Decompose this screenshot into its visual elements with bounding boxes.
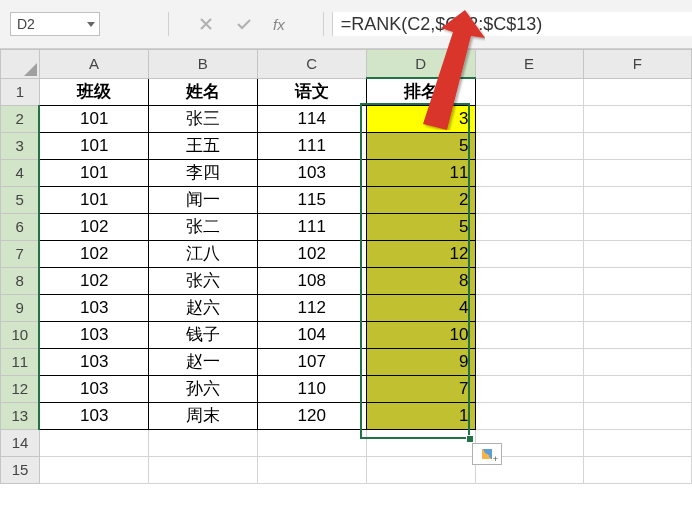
cell-F5[interactable] [583,186,691,213]
cell-C13[interactable]: 120 [257,402,366,429]
row-header-15[interactable]: 15 [1,456,40,483]
cell-A10[interactable]: 103 [39,321,148,348]
cell-F10[interactable] [583,321,691,348]
row-header-6[interactable]: 6 [1,213,40,240]
fx-icon[interactable]: fx [273,16,285,33]
cell-E13[interactable] [475,402,583,429]
col-header-A[interactable]: A [39,50,148,79]
row-header-9[interactable]: 9 [1,294,40,321]
cell-F6[interactable] [583,213,691,240]
col-header-F[interactable]: F [583,50,691,79]
cell-F12[interactable] [583,375,691,402]
cell-D5[interactable]: 2 [366,186,475,213]
cell-D9[interactable]: 4 [366,294,475,321]
col-header-E[interactable]: E [475,50,583,79]
cell-A2[interactable]: 101 [39,105,148,132]
cell-E7[interactable] [475,240,583,267]
name-box[interactable]: D2 [10,12,100,36]
formula-input[interactable]: =RANK(C2,$C$2:$C$13) [332,12,692,36]
cell-B11[interactable]: 赵一 [149,348,258,375]
select-all-corner[interactable] [1,50,40,79]
paste-options-icon[interactable] [472,443,502,465]
col-header-D[interactable]: D [366,50,475,79]
cell-D12[interactable]: 7 [366,375,475,402]
cell-D13[interactable]: 1 [366,402,475,429]
cell-A12[interactable]: 103 [39,375,148,402]
cell-A8[interactable]: 102 [39,267,148,294]
cell-A3[interactable]: 101 [39,132,148,159]
cell-F1[interactable] [583,78,691,105]
cell-C4[interactable]: 103 [257,159,366,186]
confirm-icon[interactable] [235,15,253,33]
cell-F9[interactable] [583,294,691,321]
row-header-10[interactable]: 10 [1,321,40,348]
cell-E8[interactable] [475,267,583,294]
col-header-B[interactable]: B [149,50,258,79]
row-header-7[interactable]: 7 [1,240,40,267]
cell-F8[interactable] [583,267,691,294]
cell-F14[interactable] [583,429,691,456]
cell-F13[interactable] [583,402,691,429]
cell-A11[interactable]: 103 [39,348,148,375]
row-header-8[interactable]: 8 [1,267,40,294]
cell-F15[interactable] [583,456,691,483]
cell-D2[interactable]: 3 [366,105,475,132]
cell-C8[interactable]: 108 [257,267,366,294]
cell-A13[interactable]: 103 [39,402,148,429]
cell-F11[interactable] [583,348,691,375]
cell-E2[interactable] [475,105,583,132]
cell-B12[interactable]: 孙六 [149,375,258,402]
chevron-down-icon[interactable] [87,22,95,27]
cell-E11[interactable] [475,348,583,375]
cell-B6[interactable]: 张二 [149,213,258,240]
cell-E12[interactable] [475,375,583,402]
cell-B13[interactable]: 周末 [149,402,258,429]
header-name[interactable]: 姓名 [149,78,258,105]
cell-F7[interactable] [583,240,691,267]
cell-B4[interactable]: 李四 [149,159,258,186]
cell-F2[interactable] [583,105,691,132]
cell-C10[interactable]: 104 [257,321,366,348]
row-header-13[interactable]: 13 [1,402,40,429]
row-header-11[interactable]: 11 [1,348,40,375]
cell-C2[interactable]: 114 [257,105,366,132]
cell-C12[interactable]: 110 [257,375,366,402]
cell-C14[interactable] [257,429,366,456]
cell-F3[interactable] [583,132,691,159]
cell-B9[interactable]: 赵六 [149,294,258,321]
cell-A14[interactable] [39,429,148,456]
col-header-C[interactable]: C [257,50,366,79]
cell-B7[interactable]: 江八 [149,240,258,267]
cell-F4[interactable] [583,159,691,186]
cell-A7[interactable]: 102 [39,240,148,267]
cell-D15[interactable] [366,456,475,483]
cell-E3[interactable] [475,132,583,159]
cell-E10[interactable] [475,321,583,348]
row-header-1[interactable]: 1 [1,78,40,105]
row-header-12[interactable]: 12 [1,375,40,402]
cell-B10[interactable]: 钱子 [149,321,258,348]
row-header-14[interactable]: 14 [1,429,40,456]
cell-C3[interactable]: 111 [257,132,366,159]
cell-D10[interactable]: 10 [366,321,475,348]
row-header-2[interactable]: 2 [1,105,40,132]
cell-D6[interactable]: 5 [366,213,475,240]
cell-D3[interactable]: 5 [366,132,475,159]
cell-C11[interactable]: 107 [257,348,366,375]
cell-A6[interactable]: 102 [39,213,148,240]
cell-B15[interactable] [149,456,258,483]
cell-E9[interactable] [475,294,583,321]
cell-D4[interactable]: 11 [366,159,475,186]
grid[interactable]: A B C D E F 1 班级 姓名 语文 排名 2 101 张三 114 3… [0,49,692,484]
row-header-4[interactable]: 4 [1,159,40,186]
row-header-3[interactable]: 3 [1,132,40,159]
cell-E6[interactable] [475,213,583,240]
cell-A15[interactable] [39,456,148,483]
cell-C9[interactable]: 112 [257,294,366,321]
cell-B5[interactable]: 闻一 [149,186,258,213]
cell-D7[interactable]: 12 [366,240,475,267]
cell-A4[interactable]: 101 [39,159,148,186]
cell-B2[interactable]: 张三 [149,105,258,132]
cell-D8[interactable]: 8 [366,267,475,294]
cell-C15[interactable] [257,456,366,483]
